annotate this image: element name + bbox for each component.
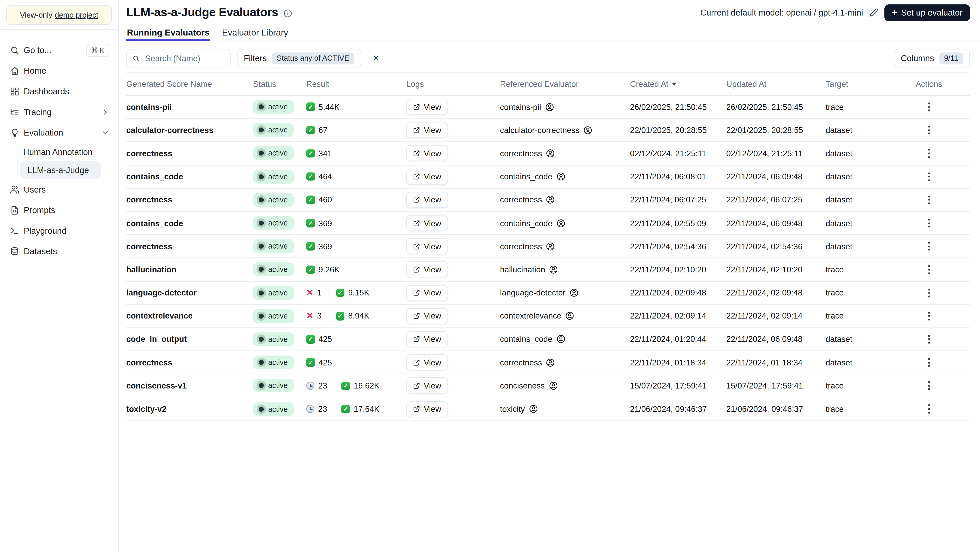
col-header-result[interactable]: Result — [306, 79, 406, 88]
columns-button[interactable]: Columns 9/11 — [894, 49, 970, 67]
view-button-label: View — [424, 195, 441, 205]
result-count: 5.44K — [318, 102, 340, 111]
status-dot-icon — [259, 174, 264, 179]
set-up-evaluator-button[interactable]: + Set up evaluator — [885, 4, 970, 21]
sidebar-item-home[interactable]: Home — [0, 60, 118, 81]
table-row[interactable]: hallucination active ✓9.26K View halluci… — [126, 258, 970, 281]
row-actions-menu-button[interactable] — [924, 122, 934, 138]
referenced-name: toxicity — [500, 404, 525, 414]
row-name: conciseness-v1 — [126, 381, 253, 390]
sidebar-item-goto[interactable]: Go to... ⌘ K — [0, 40, 118, 60]
table-row[interactable]: contextrelevance active ✕3✓8.94K View co… — [126, 305, 970, 328]
tab-running-evaluators[interactable]: Running Evaluators — [126, 25, 210, 41]
col-header-target[interactable]: Target — [826, 79, 916, 88]
row-actions-menu-button[interactable] — [924, 192, 934, 208]
search-box[interactable] — [126, 49, 231, 67]
view-logs-button[interactable]: View — [406, 215, 448, 231]
table-row[interactable]: toxicity-v2 active 23✓17.64K View toxici… — [126, 398, 970, 421]
row-actions-menu-button[interactable] — [924, 215, 934, 231]
row-actions-menu-button[interactable] — [924, 99, 934, 115]
logs-cell: View — [406, 238, 500, 254]
row-actions-menu-button[interactable] — [924, 261, 934, 278]
search-input[interactable] — [144, 53, 224, 64]
table-header-row: Generated Score Name Status Result Logs … — [126, 73, 970, 95]
row-actions-menu-button[interactable] — [924, 145, 934, 162]
edit-model-icon[interactable] — [869, 8, 878, 17]
view-logs-button[interactable]: View — [406, 168, 448, 185]
table-row[interactable]: correctness active ✓369 View correctness… — [126, 235, 970, 259]
view-logs-button[interactable]: View — [406, 284, 448, 301]
filters-button[interactable]: Filters Status any of ACTIVE — [237, 49, 361, 67]
sidebar-item-prompts[interactable]: Prompts — [0, 200, 118, 221]
table-row[interactable]: code_in_output active ✓425 View contains… — [126, 328, 970, 351]
sidebar-item-datasets[interactable]: Datasets — [0, 241, 118, 262]
row-actions-menu-button[interactable] — [924, 354, 934, 371]
referenced-name: contains_code — [500, 219, 552, 228]
row-actions-menu-button[interactable] — [924, 331, 934, 347]
target-cell: dataset — [826, 358, 916, 367]
col-header-referenced-evaluator[interactable]: Referenced Evaluator — [500, 79, 630, 88]
sidebar-item-label: Human Annotation — [23, 147, 92, 157]
view-logs-button[interactable]: View — [406, 331, 448, 348]
set-up-evaluator-label: Set up evaluator — [901, 8, 963, 17]
view-logs-button[interactable]: View — [406, 378, 448, 394]
updated-cell: 22/11/2024, 06:09:48 — [726, 219, 826, 228]
table-row[interactable]: correctness active ✓341 View correctness… — [126, 142, 970, 165]
info-icon[interactable] — [283, 8, 293, 18]
view-only-banner: View-only demo project — [6, 5, 112, 25]
actions-cell — [916, 401, 973, 417]
col-header-status[interactable]: Status — [253, 79, 306, 88]
sidebar-item-label: Playground — [24, 226, 67, 236]
row-actions-menu-button[interactable] — [924, 238, 934, 254]
row-actions-menu-button[interactable] — [924, 308, 934, 324]
demo-project-link[interactable]: demo project — [55, 11, 98, 19]
external-link-icon — [413, 336, 420, 343]
col-header-updated-at[interactable]: Updated At — [726, 79, 826, 88]
tab-evaluator-library[interactable]: Evaluator Library — [221, 25, 289, 41]
view-logs-button[interactable]: View — [406, 122, 448, 138]
view-logs-button[interactable]: View — [406, 262, 448, 278]
sidebar-item-dashboards[interactable]: Dashboards — [0, 81, 118, 102]
table-row[interactable]: language-detector active ✕1✓9.15K View l… — [126, 281, 970, 305]
external-link-icon — [413, 289, 420, 296]
created-cell: 22/11/2024, 06:08:01 — [630, 172, 726, 181]
sidebar-item-evaluation[interactable]: Evaluation — [0, 122, 118, 143]
table-row[interactable]: conciseness-v1 active 23✓16.62K View con… — [126, 375, 970, 398]
result-divider — [334, 402, 334, 416]
status-label: active — [268, 335, 288, 344]
row-actions-menu-button[interactable] — [924, 284, 934, 301]
external-link-icon — [413, 406, 420, 413]
clear-filters-button[interactable]: ✕ — [368, 49, 385, 67]
referenced-name: conciseness — [500, 381, 545, 390]
sidebar-item-users[interactable]: Users — [0, 179, 118, 200]
result-cell: ✓425 — [306, 335, 406, 344]
table-row[interactable]: contains_code active ✓369 View contains_… — [126, 212, 970, 235]
table-row[interactable]: correctness active ✓460 View correctness… — [126, 188, 970, 212]
sidebar-item-llm-as-a-judge[interactable]: LLM-as-a-Judge — [20, 161, 100, 179]
view-logs-button[interactable]: View — [406, 238, 448, 254]
row-actions-menu-button[interactable] — [924, 378, 934, 394]
col-header-logs[interactable]: Logs — [406, 79, 500, 88]
table-row[interactable]: calculator-correctness active ✓67 View c… — [126, 119, 970, 142]
sidebar-item-playground[interactable]: Playground — [0, 221, 118, 241]
view-logs-button[interactable]: View — [406, 401, 448, 417]
table-row[interactable]: contains_code active ✓464 View contains_… — [126, 165, 970, 189]
result-count: 23 — [318, 404, 327, 414]
view-logs-button[interactable]: View — [406, 145, 448, 162]
view-logs-button[interactable]: View — [406, 99, 448, 115]
status-cell: active — [253, 146, 306, 160]
filters-label: Filters — [244, 53, 267, 63]
table-row[interactable]: correctness active ✓425 View correctness… — [126, 351, 970, 375]
row-actions-menu-button[interactable] — [924, 401, 934, 417]
row-actions-menu-button[interactable] — [924, 168, 934, 185]
col-header-created-at[interactable]: Created At — [630, 79, 726, 88]
col-header-generated-score-name[interactable]: Generated Score Name — [126, 79, 253, 88]
view-logs-button[interactable]: View — [406, 308, 448, 324]
table-row[interactable]: contains-pii active ✓5.44K View contains… — [126, 95, 970, 119]
view-logs-button[interactable]: View — [406, 354, 448, 371]
status-label: active — [268, 126, 288, 135]
result-cell: ✓464 — [306, 172, 406, 181]
user-circle-icon — [546, 241, 555, 251]
view-logs-button[interactable]: View — [406, 192, 448, 208]
sidebar-item-tracing[interactable]: Tracing — [0, 102, 118, 122]
